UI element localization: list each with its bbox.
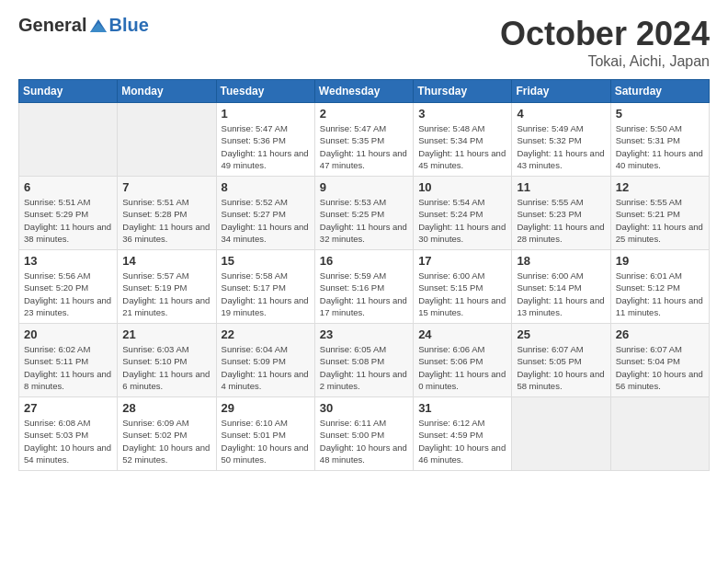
day-number: 26 — [616, 327, 704, 341]
day-of-week-header: Tuesday — [216, 80, 314, 103]
day-info: Sunrise: 6:09 AM Sunset: 5:02 PM Dayligh… — [122, 417, 210, 465]
logo-blue-text: Blue — [108, 15, 148, 36]
calendar-table: SundayMondayTuesdayWednesdayThursdayFrid… — [18, 79, 710, 471]
day-info: Sunrise: 6:02 AM Sunset: 5:11 PM Dayligh… — [24, 343, 112, 392]
calendar-cell: 13Sunrise: 5:56 AM Sunset: 5:20 PM Dayli… — [19, 250, 118, 324]
day-number: 29 — [222, 401, 310, 415]
calendar-cell: 12Sunrise: 5:55 AM Sunset: 5:21 PM Dayli… — [610, 177, 709, 250]
day-info: Sunrise: 6:03 AM Sunset: 5:10 PM Dayligh… — [122, 343, 210, 392]
calendar-week-row: 13Sunrise: 5:56 AM Sunset: 5:20 PM Dayli… — [19, 250, 710, 324]
calendar-cell: 9Sunrise: 5:53 AM Sunset: 5:25 PM Daylig… — [314, 177, 413, 250]
day-info: Sunrise: 6:07 AM Sunset: 5:05 PM Dayligh… — [517, 343, 605, 392]
calendar-cell: 22Sunrise: 6:04 AM Sunset: 5:09 PM Dayli… — [216, 324, 314, 397]
day-info: Sunrise: 5:50 AM Sunset: 5:31 PM Dayligh… — [616, 122, 704, 171]
svg-marker-1 — [90, 23, 107, 32]
logo-icon — [88, 16, 108, 36]
day-number: 23 — [320, 327, 408, 341]
day-info: Sunrise: 5:56 AM Sunset: 5:20 PM Dayligh… — [24, 270, 112, 318]
day-info: Sunrise: 5:53 AM Sunset: 5:25 PM Dayligh… — [320, 196, 408, 245]
calendar-cell: 14Sunrise: 5:57 AM Sunset: 5:19 PM Dayli… — [118, 250, 216, 324]
calendar-cell: 23Sunrise: 6:05 AM Sunset: 5:08 PM Dayli… — [314, 324, 413, 397]
day-number: 14 — [122, 254, 210, 268]
calendar-cell: 28Sunrise: 6:09 AM Sunset: 5:02 PM Dayli… — [118, 397, 216, 471]
day-number: 16 — [320, 254, 408, 268]
day-info: Sunrise: 5:47 AM Sunset: 5:36 PM Dayligh… — [222, 122, 310, 171]
day-info: Sunrise: 6:11 AM Sunset: 5:00 PM Dayligh… — [320, 417, 408, 465]
day-info: Sunrise: 6:00 AM Sunset: 5:14 PM Dayligh… — [517, 270, 605, 318]
day-number: 11 — [517, 180, 605, 194]
calendar-cell: 29Sunrise: 6:10 AM Sunset: 5:01 PM Dayli… — [216, 397, 314, 471]
day-info: Sunrise: 5:59 AM Sunset: 5:16 PM Dayligh… — [320, 270, 408, 318]
month-title: October 2024 — [500, 15, 710, 53]
day-number: 30 — [320, 401, 408, 415]
day-number: 25 — [517, 327, 605, 341]
calendar-week-row: 27Sunrise: 6:08 AM Sunset: 5:03 PM Dayli… — [19, 397, 710, 471]
calendar-week-row: 1Sunrise: 5:47 AM Sunset: 5:36 PM Daylig… — [19, 103, 710, 177]
day-number: 7 — [122, 180, 210, 194]
day-of-week-header: Monday — [118, 80, 216, 103]
calendar-header-row: SundayMondayTuesdayWednesdayThursdayFrid… — [19, 80, 710, 103]
logo-general-text: General — [18, 15, 86, 36]
calendar-cell: 15Sunrise: 5:58 AM Sunset: 5:17 PM Dayli… — [216, 250, 314, 324]
day-info: Sunrise: 5:49 AM Sunset: 5:32 PM Dayligh… — [517, 122, 605, 171]
day-info: Sunrise: 5:51 AM Sunset: 5:29 PM Dayligh… — [24, 196, 112, 245]
location: Tokai, Aichi, Japan — [500, 53, 710, 70]
day-number: 5 — [616, 107, 704, 121]
calendar-cell: 24Sunrise: 6:06 AM Sunset: 5:06 PM Dayli… — [414, 324, 512, 397]
day-number: 6 — [24, 180, 112, 194]
day-of-week-header: Sunday — [19, 80, 118, 103]
day-info: Sunrise: 6:00 AM Sunset: 5:15 PM Dayligh… — [418, 270, 506, 318]
calendar-cell: 21Sunrise: 6:03 AM Sunset: 5:10 PM Dayli… — [118, 324, 216, 397]
day-info: Sunrise: 5:54 AM Sunset: 5:24 PM Dayligh… — [418, 196, 506, 245]
day-info: Sunrise: 5:47 AM Sunset: 5:35 PM Dayligh… — [320, 122, 408, 171]
day-number: 15 — [222, 254, 310, 268]
day-number: 18 — [517, 254, 605, 268]
day-info: Sunrise: 6:08 AM Sunset: 5:03 PM Dayligh… — [24, 417, 112, 465]
day-number: 3 — [418, 107, 506, 121]
day-info: Sunrise: 5:55 AM Sunset: 5:23 PM Dayligh… — [517, 196, 605, 245]
calendar-cell: 20Sunrise: 6:02 AM Sunset: 5:11 PM Dayli… — [19, 324, 118, 397]
day-info: Sunrise: 5:58 AM Sunset: 5:17 PM Dayligh… — [222, 270, 310, 318]
calendar-cell: 6Sunrise: 5:51 AM Sunset: 5:29 PM Daylig… — [19, 177, 118, 250]
day-number: 27 — [24, 401, 112, 415]
calendar-cell: 31Sunrise: 6:12 AM Sunset: 4:59 PM Dayli… — [414, 397, 512, 471]
day-of-week-header: Saturday — [610, 80, 709, 103]
day-number: 20 — [24, 327, 112, 341]
calendar-week-row: 6Sunrise: 5:51 AM Sunset: 5:29 PM Daylig… — [19, 177, 710, 250]
day-info: Sunrise: 5:51 AM Sunset: 5:28 PM Dayligh… — [122, 196, 210, 245]
calendar-cell — [118, 103, 216, 177]
calendar-week-row: 20Sunrise: 6:02 AM Sunset: 5:11 PM Dayli… — [19, 324, 710, 397]
day-info: Sunrise: 6:10 AM Sunset: 5:01 PM Dayligh… — [222, 417, 310, 465]
day-info: Sunrise: 5:52 AM Sunset: 5:27 PM Dayligh… — [222, 196, 310, 245]
day-number: 12 — [616, 180, 704, 194]
calendar-cell: 27Sunrise: 6:08 AM Sunset: 5:03 PM Dayli… — [19, 397, 118, 471]
calendar-cell: 5Sunrise: 5:50 AM Sunset: 5:31 PM Daylig… — [610, 103, 709, 177]
day-info: Sunrise: 6:05 AM Sunset: 5:08 PM Dayligh… — [320, 343, 408, 392]
day-info: Sunrise: 6:04 AM Sunset: 5:09 PM Dayligh… — [222, 343, 310, 392]
calendar-cell: 25Sunrise: 6:07 AM Sunset: 5:05 PM Dayli… — [512, 324, 610, 397]
day-info: Sunrise: 5:48 AM Sunset: 5:34 PM Dayligh… — [418, 122, 506, 171]
day-number: 10 — [418, 180, 506, 194]
day-info: Sunrise: 5:55 AM Sunset: 5:21 PM Dayligh… — [616, 196, 704, 245]
day-number: 28 — [122, 401, 210, 415]
calendar-cell: 18Sunrise: 6:00 AM Sunset: 5:14 PM Dayli… — [512, 250, 610, 324]
day-number: 13 — [24, 254, 112, 268]
calendar-cell: 1Sunrise: 5:47 AM Sunset: 5:36 PM Daylig… — [216, 103, 314, 177]
day-number: 4 — [517, 107, 605, 121]
calendar-cell: 16Sunrise: 5:59 AM Sunset: 5:16 PM Dayli… — [314, 250, 413, 324]
day-of-week-header: Wednesday — [314, 80, 413, 103]
day-number: 8 — [222, 180, 310, 194]
day-number: 9 — [320, 180, 408, 194]
day-number: 1 — [222, 107, 310, 121]
day-of-week-header: Thursday — [414, 80, 512, 103]
calendar-cell — [512, 397, 610, 471]
calendar-cell — [19, 103, 118, 177]
calendar-cell: 7Sunrise: 5:51 AM Sunset: 5:28 PM Daylig… — [118, 177, 216, 250]
day-number: 2 — [320, 107, 408, 121]
header: General Blue October 2024 Tokai, Aichi, … — [18, 15, 710, 70]
day-number: 19 — [616, 254, 704, 268]
calendar-container: General Blue October 2024 Tokai, Aichi, … — [0, 0, 728, 486]
calendar-cell: 17Sunrise: 6:00 AM Sunset: 5:15 PM Dayli… — [414, 250, 512, 324]
day-info: Sunrise: 6:12 AM Sunset: 4:59 PM Dayligh… — [418, 417, 506, 465]
logo: General Blue — [18, 15, 149, 36]
